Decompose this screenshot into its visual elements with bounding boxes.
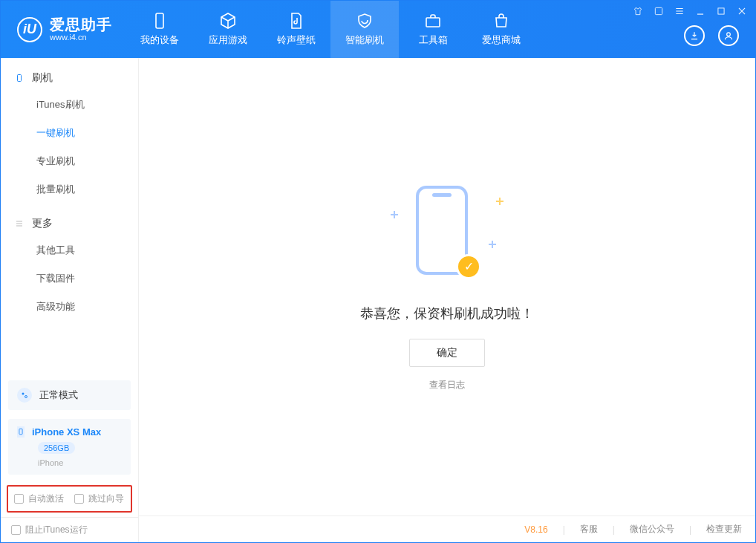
device-capacity: 256GB xyxy=(38,442,75,454)
sidebar-item-other-tools[interactable]: 其他工具 xyxy=(1,236,138,264)
shirt-icon[interactable] xyxy=(632,5,644,17)
sidebar-item-advanced[interactable]: 高级功能 xyxy=(1,293,138,321)
body: 刷机 iTunes刷机 一键刷机 专业刷机 批量刷机 更多 其他工具 下载固件 … xyxy=(1,58,755,542)
version-label: V8.16 xyxy=(524,524,547,535)
sparkle-icon xyxy=(391,211,398,218)
svg-rect-3 xyxy=(655,7,662,14)
music-file-icon xyxy=(287,12,305,30)
titlebar-controls xyxy=(632,5,748,17)
logo-subtitle: www.i4.cn xyxy=(50,33,112,42)
briefcase-icon xyxy=(424,12,442,30)
nav-label: 工具箱 xyxy=(419,33,448,47)
nav-label: 我的设备 xyxy=(140,33,179,47)
minimize-icon[interactable] xyxy=(694,5,706,17)
checkmark-badge-icon: ✓ xyxy=(456,254,481,279)
footer-link-update[interactable]: 检查更新 xyxy=(706,523,742,536)
device-name: iPhone XS Max xyxy=(32,426,101,438)
checkbox-label: 自动激活 xyxy=(28,492,64,505)
checkbox-auto-activate[interactable]: 自动激活 xyxy=(14,492,64,505)
section-title: 更多 xyxy=(32,217,53,230)
nav-apps-games[interactable]: 应用游戏 xyxy=(194,1,262,58)
sidebar-list-more: 其他工具 下载固件 高级功能 xyxy=(1,236,138,321)
refresh-shield-icon xyxy=(356,12,374,30)
main-content: ✓ 恭喜您，保资料刷机成功啦！ 确定 查看日志 V8.16 | 客服 | 微信公… xyxy=(139,58,755,542)
top-nav: 我的设备 应用游戏 铃声壁纸 智能刷机 工具箱 爱思商城 xyxy=(126,1,535,58)
checkbox-icon xyxy=(74,494,84,504)
svg-point-7 xyxy=(25,396,27,398)
svg-rect-5 xyxy=(18,75,22,82)
svg-rect-1 xyxy=(426,18,440,27)
section-title: 刷机 xyxy=(32,71,53,85)
menu-icon[interactable] xyxy=(674,5,685,17)
checkbox-icon xyxy=(11,525,21,535)
phone-small-icon xyxy=(17,426,25,438)
phone-icon xyxy=(151,12,169,30)
logo-title: 爱思助手 xyxy=(50,16,112,33)
cube-icon xyxy=(219,12,237,30)
sidebar-list-flash: iTunes刷机 一键刷机 专业刷机 批量刷机 xyxy=(1,91,138,204)
nav-label: 应用游戏 xyxy=(209,33,247,47)
svg-rect-0 xyxy=(156,13,163,28)
device-card[interactable]: iPhone XS Max 256GB iPhone xyxy=(8,419,131,475)
app-window: iU 爱思助手 www.i4.cn 我的设备 应用游戏 铃声壁纸 智能刷机 xyxy=(0,0,756,543)
checkbox-block-itunes[interactable]: 阻止iTunes运行 xyxy=(1,517,138,542)
device-type: iPhone xyxy=(38,458,122,467)
checkbox-label: 阻止iTunes运行 xyxy=(25,524,88,536)
footer-link-support[interactable]: 客服 xyxy=(580,523,598,536)
svg-rect-4 xyxy=(718,8,724,14)
mode-icon xyxy=(17,388,32,403)
user-account-icon[interactable] xyxy=(718,25,739,46)
svg-point-6 xyxy=(22,393,25,395)
nav-smart-flash[interactable]: 智能刷机 xyxy=(330,1,399,58)
ok-button[interactable]: 确定 xyxy=(409,339,485,367)
feedback-icon[interactable] xyxy=(653,5,665,17)
sidebar-item-itunes-flash[interactable]: iTunes刷机 xyxy=(1,91,138,119)
logo: iU 爱思助手 www.i4.cn xyxy=(1,16,126,42)
nav-store[interactable]: 爱思商城 xyxy=(467,1,535,58)
device-icon xyxy=(14,73,25,83)
success-message: 恭喜您，保资料刷机成功啦！ xyxy=(360,305,534,322)
nav-label: 爱思商城 xyxy=(482,33,521,47)
nav-ringtone-wallpaper[interactable]: 铃声壁纸 xyxy=(262,1,330,58)
checkbox-skip-guide[interactable]: 跳过向导 xyxy=(74,492,124,505)
sidebar-section-more: 更多 xyxy=(1,204,138,236)
footer-link-wechat[interactable]: 微信公众号 xyxy=(630,523,674,536)
view-log-link[interactable]: 查看日志 xyxy=(429,379,465,391)
nav-label: 铃声壁纸 xyxy=(277,33,316,47)
checkbox-label: 跳过向导 xyxy=(88,492,124,505)
nav-label: 智能刷机 xyxy=(345,33,384,47)
sidebar-item-download-firmware[interactable]: 下载固件 xyxy=(1,264,138,293)
maximize-icon[interactable] xyxy=(715,5,727,17)
svg-rect-8 xyxy=(19,429,22,435)
device-mode-box[interactable]: 正常模式 xyxy=(8,380,131,410)
sidebar: 刷机 iTunes刷机 一键刷机 专业刷机 批量刷机 更多 其他工具 下载固件 … xyxy=(1,58,139,542)
highlighted-options: 自动激活 跳过向导 xyxy=(7,485,132,513)
sidebar-item-oneclick-flash[interactable]: 一键刷机 xyxy=(1,119,138,147)
header-right xyxy=(684,25,755,46)
download-manager-icon[interactable] xyxy=(684,25,705,46)
logo-text: 爱思助手 www.i4.cn xyxy=(50,16,112,42)
logo-icon: iU xyxy=(17,17,42,42)
mode-label: 正常模式 xyxy=(39,388,78,402)
list-icon xyxy=(14,218,25,229)
sparkle-icon xyxy=(489,241,496,248)
sparkle-icon xyxy=(496,198,504,205)
success-illustration: ✓ xyxy=(380,180,514,284)
close-icon[interactable] xyxy=(736,5,748,17)
nav-my-device[interactable]: 我的设备 xyxy=(126,1,194,58)
sidebar-section-flash: 刷机 xyxy=(1,58,138,91)
svg-point-2 xyxy=(727,32,731,36)
checkbox-icon xyxy=(14,494,24,504)
header: iU 爱思助手 www.i4.cn 我的设备 应用游戏 铃声壁纸 智能刷机 xyxy=(1,1,755,58)
sidebar-item-pro-flash[interactable]: 专业刷机 xyxy=(1,147,138,175)
nav-toolbox[interactable]: 工具箱 xyxy=(399,1,467,58)
footer: V8.16 | 客服 | 微信公众号 | 检查更新 xyxy=(139,516,755,542)
sidebar-item-batch-flash[interactable]: 批量刷机 xyxy=(1,175,138,204)
shopping-bag-icon xyxy=(492,12,510,30)
